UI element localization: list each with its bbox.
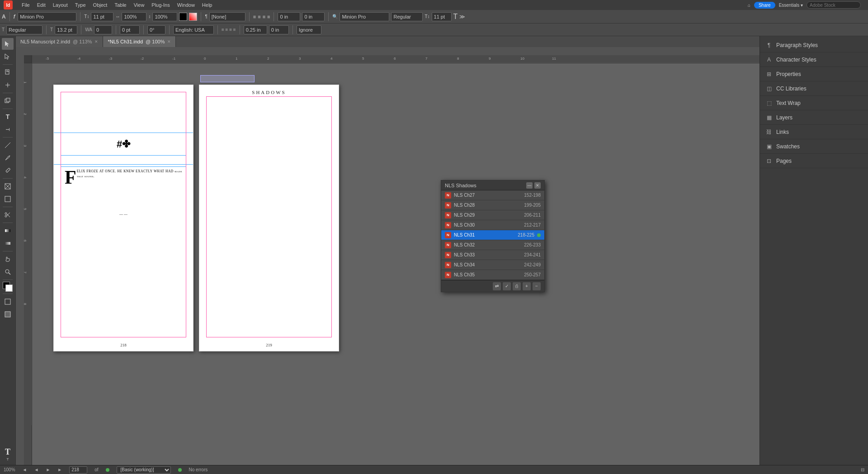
share-button[interactable]: Share	[754, 2, 775, 9]
font-style-right-input[interactable]	[391, 12, 423, 21]
book-chapter-row-4[interactable]: N NLS Ch31 218-225	[441, 230, 544, 240]
menu-table[interactable]: Table	[114, 2, 126, 8]
adobe-stock-search[interactable]	[807, 1, 861, 9]
menu-object[interactable]: Object	[93, 2, 108, 8]
content-collector-tool[interactable]	[2, 95, 14, 107]
tab-manuscript[interactable]: NL5 Manuscript 2.indd @ 113% ✕	[16, 36, 103, 47]
type-tool[interactable]: T	[2, 111, 14, 123]
leading-input[interactable]	[302, 12, 325, 21]
layout-view-btn[interactable]: ⊟	[861, 467, 864, 472]
book-print-btn[interactable]: ⎙	[513, 282, 521, 290]
align-center-btn[interactable]: ≡	[258, 14, 260, 19]
essentials-label[interactable]: Essentials ▾	[779, 3, 803, 8]
more-options-icon[interactable]: ≫	[459, 14, 465, 20]
pencil-tool[interactable]	[2, 165, 14, 176]
book-chapter-row-1[interactable]: N NLS Ch28 199-205	[441, 200, 544, 210]
book-add-btn[interactable]: +	[523, 282, 531, 290]
cc-libraries-panel[interactable]: ◫ CC Libraries	[760, 81, 868, 96]
current-page-input[interactable]	[69, 466, 87, 474]
language-input[interactable]	[173, 25, 214, 34]
tool-sep-2	[3, 93, 13, 93]
tracking-input[interactable]	[278, 12, 300, 21]
character-styles-panel[interactable]: A Character Styles	[760, 52, 868, 67]
hand-tool[interactable]	[2, 253, 14, 265]
menu-type[interactable]: Type	[75, 2, 86, 8]
svg-text:6: 6	[24, 240, 27, 242]
page-header-right: SHADOWS	[199, 90, 339, 95]
book-panel-minimize[interactable]: —	[526, 182, 533, 189]
optical-size-input[interactable]	[120, 25, 140, 34]
tab-ch31[interactable]: *NL5 Ch31.indd @ 100% ✕	[103, 36, 176, 47]
preview-mode-btn[interactable]	[2, 308, 14, 320]
pen-tool[interactable]	[2, 152, 14, 164]
rect-frame-tool[interactable]	[2, 180, 14, 192]
font-name-right-input[interactable]	[340, 12, 389, 21]
spacing2-input[interactable]	[269, 25, 289, 34]
scale-width-input[interactable]	[122, 12, 146, 21]
zoom-level[interactable]: 100%	[4, 467, 15, 472]
menu-help[interactable]: Help	[202, 2, 212, 8]
style-select[interactable]: [Basic (working)]	[117, 466, 171, 474]
tab-close-manuscript[interactable]: ✕	[94, 39, 98, 44]
menu-view[interactable]: View	[134, 2, 145, 8]
tab-close-ch31[interactable]: ✕	[167, 39, 171, 44]
scissors-tool[interactable]	[2, 209, 14, 221]
spacing1-input[interactable]	[244, 25, 267, 34]
menu-window[interactable]: Window	[177, 2, 195, 8]
angle-input[interactable]	[147, 25, 165, 34]
next-page-btn[interactable]: ►	[46, 467, 50, 472]
paragraph-styles-panel[interactable]: ¶ Paragraph Styles	[760, 38, 868, 52]
char-color-swatch[interactable]	[179, 13, 187, 21]
fill-stroke-colors[interactable]	[3, 282, 13, 292]
zoom-tool[interactable]	[2, 266, 14, 278]
ignore-input[interactable]	[297, 25, 321, 34]
book-panel-close[interactable]: ✕	[534, 182, 541, 189]
home-icon[interactable]: ⌂	[748, 3, 750, 8]
links-panel[interactable]: ⛓ Links	[760, 125, 868, 139]
book-chapter-row-8[interactable]: N NLS Ch35 250-257	[441, 270, 544, 280]
text-wrap-panel[interactable]: ⬚ Text Wrap	[760, 96, 868, 110]
word-spacing-input[interactable]	[94, 25, 112, 34]
menu-layout[interactable]: Layout	[53, 2, 68, 8]
menu-edit[interactable]: Edit	[37, 2, 46, 8]
paragraph-style-input[interactable]	[209, 12, 245, 21]
menu-file[interactable]: File	[22, 2, 30, 8]
book-chapter-row-3[interactable]: N NLS Ch30 212-217	[441, 220, 544, 230]
swatches-panel[interactable]: ▣ Swatches	[760, 139, 868, 154]
menu-plugins[interactable]: Plug-Ins	[151, 2, 170, 8]
book-chapter-row-0[interactable]: N NLS Ch27 152-198	[441, 190, 544, 200]
font-size-right-input[interactable]	[432, 12, 452, 21]
align-right-btn[interactable]: ≡	[263, 14, 265, 19]
book-remove-btn[interactable]: −	[533, 282, 541, 290]
book-sync-btn[interactable]: ⇄	[493, 282, 501, 290]
book-chapter-row-7[interactable]: N NLS Ch34 242-249	[441, 260, 544, 270]
layers-panel[interactable]: ▦ Layers	[760, 110, 868, 125]
scale-height-input[interactable]	[152, 12, 177, 21]
rect-tool[interactable]	[2, 193, 14, 205]
char-stroke-swatch[interactable]	[189, 13, 197, 21]
page-tool[interactable]	[2, 66, 14, 78]
prev-page-btn[interactable]: ◄	[34, 467, 38, 472]
normal-mode-btn[interactable]	[2, 296, 14, 308]
direct-select-tool[interactable]	[2, 51, 14, 62]
vertical-type-tool[interactable]: T	[2, 123, 14, 135]
align-left-btn[interactable]: ≡	[253, 14, 256, 19]
properties-panel[interactable]: ⊞ Properties	[760, 67, 868, 81]
pt-size-input[interactable]	[55, 25, 77, 34]
book-chapter-row-5[interactable]: N NLS Ch32 226-233	[441, 240, 544, 250]
book-chapter-row-2[interactable]: N NLS Ch29 206-211	[441, 210, 544, 220]
doc-icon-3: N	[445, 222, 451, 228]
align-justify-btn[interactable]: ≡	[267, 14, 270, 19]
gradient-feather-tool[interactable]	[2, 237, 14, 249]
char-style-input[interactable]	[6, 25, 42, 34]
font-size-input[interactable]	[91, 12, 113, 21]
line-tool[interactable]	[2, 139, 14, 151]
svg-rect-19	[5, 229, 10, 232]
gradient-swatch-tool[interactable]	[2, 225, 14, 237]
gap-tool[interactable]	[2, 79, 14, 91]
font-family-input[interactable]	[18, 12, 76, 21]
selection-tool[interactable]	[2, 38, 14, 50]
book-preflight-btn[interactable]: ✓	[503, 282, 511, 290]
book-chapter-row-6[interactable]: N NLS Ch33 234-241	[441, 250, 544, 260]
pages-panel[interactable]: ⊡ Pages	[760, 154, 868, 168]
